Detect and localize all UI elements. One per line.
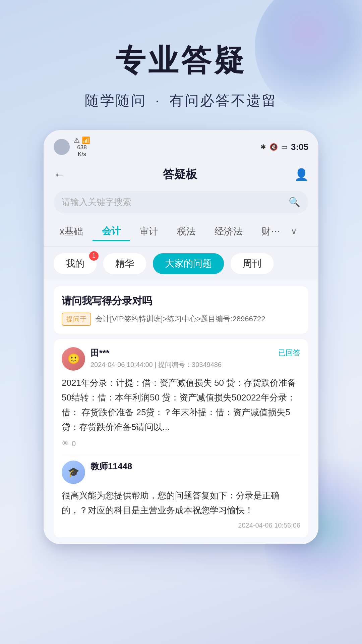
status-time: 3:05	[291, 142, 308, 152]
user-avatar: 🙂	[62, 347, 85, 371]
silent-icon: 🔇	[269, 143, 278, 151]
user-name-row: 田*** 已回答	[90, 347, 300, 359]
mine-badge: 1	[89, 251, 99, 261]
status-speed: 638K/s	[74, 144, 90, 158]
user-time: 2024-04-06 10:44:00 | 提问编号：30349486	[90, 360, 300, 369]
answered-badge: 已回答	[278, 348, 300, 358]
user-icon[interactable]: 👤	[294, 168, 308, 181]
question-card: 请问我写得分录对吗 提问于 会计[VIP签约特训班]>练习中心>题目编号:289…	[54, 286, 308, 334]
category-more-icon[interactable]: ∨	[291, 227, 297, 236]
back-button[interactable]: ←	[54, 167, 66, 181]
hero-subtitle: 随学随问 · 有问必答不遗留	[0, 91, 362, 110]
battery-icon: ▭	[281, 143, 288, 151]
search-container: 请输入关键字搜索 🔍	[44, 187, 318, 219]
phone-container: ⚠ 📶 638K/s ✱ 🔇 ▭ 3:05 ← 答疑板 👤 请输入关键字搜	[0, 130, 362, 544]
hero-subtitle-dot: ·	[155, 93, 161, 108]
hero-section: 专业答疑 随学随问 · 有问必答不遗留	[0, 0, 362, 130]
content-area: 请问我写得分录对吗 提问于 会计[VIP签约特训班]>练习中心>题目编号:289…	[44, 279, 318, 544]
filter-tab-all-questions[interactable]: 大家的问题	[153, 253, 224, 274]
nav-title: 答疑板	[163, 167, 197, 182]
cat-tab-finance[interactable]: 财⋯	[252, 222, 290, 240]
cat-tab-accounting[interactable]: 会计	[93, 222, 130, 241]
teacher-name: 教师11448	[90, 461, 132, 472]
search-bar[interactable]: 请输入关键字搜索 🔍	[54, 191, 308, 213]
question-content: 2021年分录：计提：借：资产减值损失 50 贷：存货跌价准备50结转：借：本年…	[62, 375, 300, 435]
answer-thread: 🙂 田*** 已回答 2024-04-06 10:44:00 | 提问编号：30…	[54, 339, 308, 537]
cat-tab-basis[interactable]: x基础	[50, 222, 93, 240]
question-meta-source: 会计[VIP签约特训班]>练习中心>题目编号:28966722	[95, 314, 265, 324]
filter-tab-featured[interactable]: 精华	[103, 253, 146, 274]
question-meta-tag: 提问于	[62, 313, 91, 326]
search-placeholder: 请输入关键字搜索	[62, 196, 285, 208]
user-row: 🙂 田*** 已回答 2024-04-06 10:44:00 | 提问编号：30…	[62, 347, 300, 371]
view-row: 👁 0	[62, 439, 300, 448]
hero-title: 专业答疑	[0, 40, 362, 81]
category-tabs: x基础 会计 审计 税法 经济法 财⋯ ∨	[44, 219, 318, 246]
filter-tabs: 我的 1 精华 大家的问题 周刊	[44, 247, 318, 279]
search-icon: 🔍	[289, 197, 300, 208]
status-icons-group: ⚠ 📶 638K/s	[74, 136, 90, 158]
question-meta: 提问于 会计[VIP签约特训班]>练习中心>题目编号:28966722	[62, 313, 300, 326]
hero-subtitle-part1: 随学随问	[85, 93, 146, 108]
cat-tab-economic-law[interactable]: 经济法	[205, 222, 252, 240]
reply-time: 2024-04-06 10:56:06	[62, 522, 300, 529]
status-right: ✱ 🔇 ▭ 3:05	[260, 142, 308, 152]
teacher-content: 很高兴能为您提供帮助，您的问题答复如下：分录是正确的，？对应的科目是主营业务成本…	[62, 488, 300, 518]
view-count: 0	[72, 439, 76, 448]
teacher-name-block: 教师11448	[90, 461, 132, 472]
question-title: 请问我写得分录对吗	[62, 294, 300, 308]
bluetooth-icon: ✱	[260, 143, 266, 151]
teacher-reply: 🎓 教师11448 很高兴能为您提供帮助，您的问题答复如下：分录是正确的，？对应…	[62, 455, 300, 529]
user-info: 田*** 已回答 2024-04-06 10:44:00 | 提问编号：3034…	[90, 347, 300, 369]
status-left: ⚠ 📶 638K/s	[54, 136, 90, 158]
hero-subtitle-part2: 有问必答不遗留	[169, 93, 277, 108]
filter-tab-weekly[interactable]: 周刊	[231, 253, 274, 274]
phone-mockup: ⚠ 📶 638K/s ✱ 🔇 ▭ 3:05 ← 答疑板 👤 请输入关键字搜	[44, 130, 318, 544]
cat-tab-tax[interactable]: 税法	[168, 222, 205, 240]
cat-tab-audit[interactable]: 审计	[130, 222, 168, 240]
teacher-row: 🎓 教师11448	[62, 461, 300, 484]
status-bar: ⚠ 📶 638K/s ✱ 🔇 ▭ 3:05	[44, 130, 318, 161]
signal-icon: ⚠	[74, 136, 80, 144]
teacher-avatar: 🎓	[62, 461, 85, 484]
nav-bar: ← 答疑板 👤	[44, 161, 318, 187]
wifi-icon: 📶	[82, 136, 90, 144]
user-name: 田***	[90, 347, 109, 359]
view-icon: 👁	[62, 439, 69, 448]
filter-tab-mine[interactable]: 我的 1	[54, 253, 97, 274]
status-avatar	[54, 139, 70, 155]
